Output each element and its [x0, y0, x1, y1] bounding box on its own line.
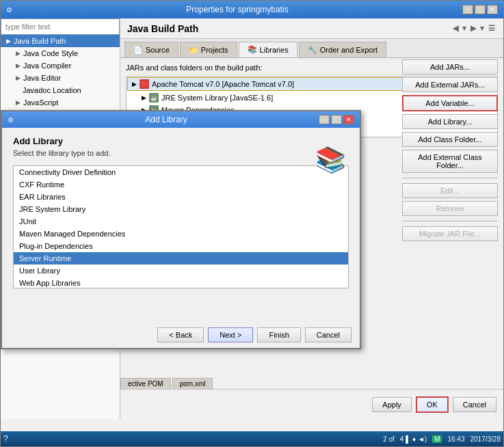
- arrow-icon: [16, 50, 21, 57]
- lib-item-ear[interactable]: EAR Libraries: [14, 191, 348, 203]
- dialog-action-bar: Apply OK Cancel: [120, 389, 503, 419]
- tabs-bar: 📄 Source 📁 Projects 📚 Libraries 🔧 Order …: [120, 39, 503, 58]
- migrate-jar-button[interactable]: Migrate JAR File...: [402, 226, 498, 241]
- tab-projects[interactable]: 📁 Projects: [180, 42, 237, 57]
- lib-item-user[interactable]: User Library: [14, 265, 348, 277]
- menu-icon[interactable]: ☰: [487, 23, 496, 34]
- dialog-content: Add Library Select the library type to a…: [2, 128, 360, 297]
- lib-item-junit[interactable]: JUnit: [14, 215, 348, 228]
- add-variable-button[interactable]: Add Variable...: [402, 95, 498, 111]
- dialog-cancel-button[interactable]: Cancel: [305, 327, 352, 342]
- dialog-minimize-button[interactable]: −: [319, 115, 330, 124]
- content-header: Java Build Path ◀ ▾ ▶ ▾ ☰: [120, 18, 503, 39]
- status-icons: 4 ▌ ♦ ◄): [400, 435, 427, 443]
- add-ext-class-folder-button[interactable]: Add External Class Folder...: [402, 150, 498, 173]
- add-library-dialog: ⚙ Add Library − □ ✕ Add Library Select t…: [1, 110, 361, 349]
- next-button[interactable]: Next >: [208, 327, 253, 342]
- dialog-controls: − □ ✕: [319, 115, 354, 124]
- nav-arrows: ◀ ▾ ▶ ▾ ☰: [451, 23, 496, 34]
- button-separator-2: [402, 221, 498, 221]
- back-button[interactable]: < Back: [157, 327, 204, 342]
- lib-item-connectivity[interactable]: Connectivity Driver Definition: [14, 166, 348, 178]
- clock-date: 2017/3/28: [470, 435, 501, 443]
- sidebar-item-java-code-style[interactable]: Java Code Style: [1, 47, 120, 59]
- dialog-close-button[interactable]: ✕: [343, 115, 354, 124]
- help-icon[interactable]: ?: [3, 434, 8, 444]
- footer-tab-effective-pom[interactable]: ective POM: [120, 378, 171, 389]
- expand-arrow-icon: ▶: [142, 94, 146, 101]
- lib-item-plugin[interactable]: Plug-in Dependencies: [14, 240, 348, 252]
- lib-item-maven[interactable]: Maven Managed Dependencies: [14, 228, 348, 240]
- tab-libraries[interactable]: 📚 Libraries: [239, 42, 297, 57]
- status-text: 2 of: [383, 435, 395, 443]
- back-arrow[interactable]: ◀: [451, 23, 460, 34]
- title-bar-controls: − □ ✕: [462, 5, 498, 14]
- dialog-maximize-button[interactable]: □: [331, 115, 342, 124]
- close-button[interactable]: ✕: [487, 5, 498, 14]
- footer-tab-pom-xml[interactable]: pom.xml: [172, 378, 213, 389]
- footer-tabs: ective POM pom.xml: [120, 374, 394, 389]
- status-badge: M: [432, 435, 442, 443]
- main-window: ⚙ Properties for springmybatis − □ ✕ ▶ J…: [0, 0, 504, 447]
- sidebar-item-java-compiler[interactable]: Java Compiler: [1, 59, 120, 72]
- dialog-title: Add Library: [145, 115, 187, 124]
- finish-button[interactable]: Finish: [257, 327, 300, 342]
- taskbar: ? 2 of 4 ▌ ♦ ◄) M 16:43 2017/3/28: [1, 431, 503, 446]
- add-jars-button[interactable]: Add JARs...: [402, 59, 498, 74]
- right-buttons: Add JARs... Add External JARs... Add Var…: [402, 59, 498, 241]
- libraries-tab-icon: 📚: [248, 45, 257, 54]
- library-list[interactable]: Connectivity Driver Definition CXF Runti…: [13, 165, 349, 288]
- ok-button[interactable]: OK: [416, 396, 449, 413]
- arrow-icon: ▶: [6, 38, 11, 44]
- arrow-icon: [16, 74, 21, 81]
- dialog-icon-title: ⚙: [8, 116, 14, 124]
- maximize-button[interactable]: □: [475, 5, 486, 14]
- lib-item-webapp[interactable]: Web App Libraries: [14, 277, 348, 288]
- lib-item-cxf[interactable]: CXF Runtime: [14, 178, 348, 191]
- sidebar-item-java-editor[interactable]: Java Editor: [1, 72, 120, 84]
- dropdown-arrow[interactable]: ▾: [461, 23, 468, 34]
- title-bar: ⚙ Properties for springmybatis − □ ✕: [1, 1, 503, 18]
- add-external-jars-button[interactable]: Add External JARs...: [402, 77, 498, 92]
- lib-item-jre[interactable]: JRE System Library: [14, 203, 348, 215]
- source-tab-icon: 📄: [133, 46, 143, 55]
- clock-time: 16:43: [447, 435, 464, 443]
- dialog-heading: Add Library: [13, 136, 349, 146]
- jar-item-jre-label: JRE System Library [JavaSE-1.6]: [161, 94, 273, 102]
- taskbar-right: 2 of 4 ▌ ♦ ◄) M 16:43 2017/3/28: [383, 435, 501, 443]
- apply-button[interactable]: Apply: [372, 397, 412, 412]
- add-library-dialog-overlay: ⚙ Add Library − □ ✕ Add Library Select t…: [1, 110, 361, 349]
- cancel-button[interactable]: Cancel: [453, 397, 496, 412]
- tab-order-export[interactable]: 🔧 Order and Export: [299, 42, 386, 57]
- button-separator: [402, 178, 498, 178]
- sidebar-item-javadoc-location[interactable]: Javadoc Location: [1, 84, 120, 96]
- window-title: Properties for springmybatis: [12, 5, 462, 14]
- arrow-icon: [16, 62, 21, 69]
- add-library-button[interactable]: Add Library...: [402, 114, 498, 129]
- window-icon: ⚙: [6, 6, 12, 14]
- forward-arrow[interactable]: ▶: [469, 23, 477, 34]
- libraries-tab-label: Libraries: [260, 46, 289, 54]
- dialog-title-bar: ⚙ Add Library − □ ✕: [2, 111, 360, 128]
- sidebar-item-java-build-path[interactable]: ▶ Java Build Path: [1, 35, 120, 47]
- build-path-title: Java Build Path: [127, 23, 198, 34]
- remove-button[interactable]: Remove: [402, 201, 498, 216]
- add-class-folder-button[interactable]: Add Class Folder...: [402, 132, 498, 147]
- forward-dropdown-arrow[interactable]: ▾: [479, 23, 486, 34]
- jar-item-tomcat-label: Apache Tomcat v7.0 [Apache Tomcat v7.0]: [152, 80, 294, 88]
- projects-tab-icon: 📁: [189, 46, 198, 55]
- edit-button[interactable]: Edit...: [402, 183, 498, 198]
- order-tab-icon: 🔧: [308, 46, 317, 55]
- order-tab-label: Order and Export: [320, 46, 377, 54]
- jar-icon-tomcat: 🔴: [140, 79, 149, 89]
- dialog-bottom-buttons: < Back Next > Finish Cancel: [157, 327, 352, 342]
- jar-icon-jre: ☕: [149, 93, 159, 103]
- minimize-button[interactable]: −: [462, 5, 473, 14]
- dialog-books-icon: 📚: [315, 146, 346, 174]
- expand-arrow-icon: ▶: [132, 81, 137, 87]
- lib-item-server-runtime[interactable]: Server Runtime: [14, 252, 348, 265]
- sidebar-item-javascript[interactable]: JavaScript: [1, 96, 120, 109]
- tab-source[interactable]: 📄 Source: [124, 42, 178, 57]
- source-tab-label: Source: [146, 46, 170, 54]
- filter-input[interactable]: [1, 18, 120, 35]
